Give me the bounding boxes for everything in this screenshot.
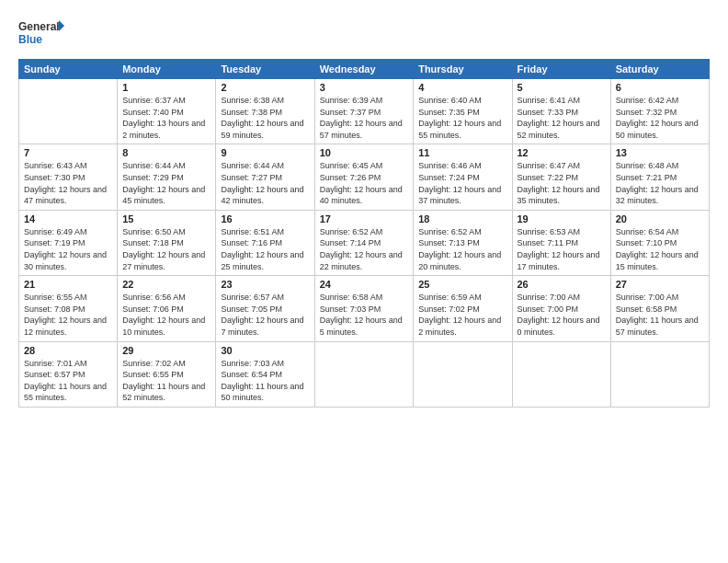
day-number: 7 [24, 147, 112, 158]
day-info: Sunrise: 7:02 AM Sunset: 6:55 PM Dayligh… [122, 358, 210, 404]
day-info: Sunrise: 6:44 AM Sunset: 7:29 PM Dayligh… [122, 160, 210, 206]
day-cell: 21 Sunrise: 6:55 AM Sunset: 7:08 PM Dayl… [19, 276, 118, 341]
weekday-header-row: SundayMondayTuesdayWednesdayThursdayFrid… [19, 60, 710, 79]
week-row-4: 21 Sunrise: 6:55 AM Sunset: 7:08 PM Dayl… [19, 276, 710, 341]
day-cell [512, 341, 610, 407]
day-number: 1 [122, 82, 210, 93]
day-cell: 16 Sunrise: 6:51 AM Sunset: 7:16 PM Dayl… [216, 210, 314, 275]
day-number: 14 [24, 213, 112, 224]
day-cell: 2 Sunrise: 6:38 AM Sunset: 7:38 PM Dayli… [216, 79, 314, 144]
week-row-2: 7 Sunrise: 6:43 AM Sunset: 7:30 PM Dayli… [19, 144, 710, 210]
day-info: Sunrise: 6:37 AM Sunset: 7:40 PM Dayligh… [122, 95, 210, 141]
day-cell: 19 Sunrise: 6:53 AM Sunset: 7:11 PM Dayl… [512, 210, 610, 275]
day-info: Sunrise: 6:52 AM Sunset: 7:14 PM Dayligh… [320, 226, 409, 272]
day-number: 11 [418, 147, 506, 158]
svg-marker-2 [59, 20, 64, 31]
day-number: 24 [320, 279, 409, 290]
day-cell [314, 341, 414, 407]
day-info: Sunrise: 6:45 AM Sunset: 7:26 PM Dayligh… [320, 160, 409, 206]
svg-text:General: General [18, 20, 60, 33]
weekday-friday: Friday [512, 60, 610, 79]
day-number: 30 [221, 345, 309, 356]
day-cell: 10 Sunrise: 6:45 AM Sunset: 7:26 PM Dayl… [314, 144, 414, 210]
day-number: 20 [616, 213, 704, 224]
day-cell: 14 Sunrise: 6:49 AM Sunset: 7:19 PM Dayl… [19, 210, 118, 275]
day-info: Sunrise: 7:00 AM Sunset: 7:00 PM Dayligh… [518, 292, 606, 338]
calendar: SundayMondayTuesdayWednesdayThursdayFrid… [18, 59, 710, 408]
day-info: Sunrise: 6:48 AM Sunset: 7:21 PM Dayligh… [616, 160, 704, 206]
day-info: Sunrise: 6:55 AM Sunset: 7:08 PM Dayligh… [24, 292, 112, 338]
weekday-monday: Monday [118, 60, 216, 79]
day-cell: 30 Sunrise: 7:03 AM Sunset: 6:54 PM Dayl… [216, 341, 314, 407]
day-cell: 1 Sunrise: 6:37 AM Sunset: 7:40 PM Dayli… [118, 79, 216, 144]
day-cell: 5 Sunrise: 6:41 AM Sunset: 7:33 PM Dayli… [512, 79, 610, 144]
day-number: 22 [122, 279, 210, 290]
day-cell: 27 Sunrise: 7:00 AM Sunset: 6:58 PM Dayl… [610, 276, 709, 341]
day-cell [610, 341, 709, 407]
day-number: 29 [122, 345, 210, 356]
day-number: 10 [320, 147, 409, 158]
day-number: 13 [616, 147, 704, 158]
day-cell: 4 Sunrise: 6:40 AM Sunset: 7:35 PM Dayli… [414, 79, 512, 144]
day-number: 9 [221, 147, 309, 158]
day-info: Sunrise: 6:53 AM Sunset: 7:11 PM Dayligh… [518, 226, 606, 272]
day-info: Sunrise: 6:44 AM Sunset: 7:27 PM Dayligh… [221, 160, 309, 206]
day-info: Sunrise: 6:46 AM Sunset: 7:24 PM Dayligh… [418, 160, 506, 206]
day-info: Sunrise: 6:52 AM Sunset: 7:13 PM Dayligh… [418, 226, 506, 272]
week-row-5: 28 Sunrise: 7:01 AM Sunset: 6:57 PM Dayl… [19, 341, 710, 407]
page: General Blue SundayMondayTuesdayWednesda… [0, 0, 728, 563]
day-cell [19, 79, 118, 144]
day-info: Sunrise: 6:47 AM Sunset: 7:22 PM Dayligh… [518, 160, 606, 206]
day-number: 12 [518, 147, 606, 158]
day-cell: 13 Sunrise: 6:48 AM Sunset: 7:21 PM Dayl… [610, 144, 709, 210]
day-cell: 7 Sunrise: 6:43 AM Sunset: 7:30 PM Dayli… [19, 144, 118, 210]
logo-svg: General Blue [18, 17, 64, 50]
day-number: 6 [616, 82, 704, 93]
day-cell: 23 Sunrise: 6:57 AM Sunset: 7:05 PM Dayl… [216, 276, 314, 341]
day-number: 27 [616, 279, 704, 290]
day-number: 8 [122, 147, 210, 158]
day-cell: 3 Sunrise: 6:39 AM Sunset: 7:37 PM Dayli… [314, 79, 414, 144]
day-number: 4 [418, 82, 506, 93]
week-row-3: 14 Sunrise: 6:49 AM Sunset: 7:19 PM Dayl… [19, 210, 710, 275]
day-info: Sunrise: 6:54 AM Sunset: 7:10 PM Dayligh… [616, 226, 704, 272]
weekday-tuesday: Tuesday [216, 60, 314, 79]
day-number: 2 [221, 82, 309, 93]
day-info: Sunrise: 6:50 AM Sunset: 7:18 PM Dayligh… [122, 226, 210, 272]
day-info: Sunrise: 7:00 AM Sunset: 6:58 PM Dayligh… [616, 292, 704, 338]
day-number: 5 [518, 82, 606, 93]
day-info: Sunrise: 6:59 AM Sunset: 7:02 PM Dayligh… [418, 292, 506, 338]
week-row-1: 1 Sunrise: 6:37 AM Sunset: 7:40 PM Dayli… [19, 79, 710, 144]
day-number: 26 [518, 279, 606, 290]
day-number: 19 [518, 213, 606, 224]
day-cell: 25 Sunrise: 6:59 AM Sunset: 7:02 PM Dayl… [414, 276, 512, 341]
day-info: Sunrise: 6:39 AM Sunset: 7:37 PM Dayligh… [320, 95, 409, 141]
day-info: Sunrise: 6:49 AM Sunset: 7:19 PM Dayligh… [24, 226, 112, 272]
day-number: 3 [320, 82, 409, 93]
day-number: 15 [122, 213, 210, 224]
day-cell: 28 Sunrise: 7:01 AM Sunset: 6:57 PM Dayl… [19, 341, 118, 407]
day-info: Sunrise: 6:57 AM Sunset: 7:05 PM Dayligh… [221, 292, 309, 338]
day-number: 25 [418, 279, 506, 290]
weekday-thursday: Thursday [414, 60, 512, 79]
day-cell: 17 Sunrise: 6:52 AM Sunset: 7:14 PM Dayl… [314, 210, 414, 275]
logo: General Blue [18, 17, 64, 50]
weekday-saturday: Saturday [610, 60, 709, 79]
day-cell: 11 Sunrise: 6:46 AM Sunset: 7:24 PM Dayl… [414, 144, 512, 210]
day-number: 18 [418, 213, 506, 224]
day-cell: 8 Sunrise: 6:44 AM Sunset: 7:29 PM Dayli… [118, 144, 216, 210]
day-cell: 6 Sunrise: 6:42 AM Sunset: 7:32 PM Dayli… [610, 79, 709, 144]
weekday-sunday: Sunday [19, 60, 118, 79]
day-number: 17 [320, 213, 409, 224]
day-info: Sunrise: 6:41 AM Sunset: 7:33 PM Dayligh… [518, 95, 606, 141]
day-cell: 29 Sunrise: 7:02 AM Sunset: 6:55 PM Dayl… [118, 341, 216, 407]
day-cell [414, 341, 512, 407]
day-info: Sunrise: 6:43 AM Sunset: 7:30 PM Dayligh… [24, 160, 112, 206]
day-cell: 22 Sunrise: 6:56 AM Sunset: 7:06 PM Dayl… [118, 276, 216, 341]
day-cell: 15 Sunrise: 6:50 AM Sunset: 7:18 PM Dayl… [118, 210, 216, 275]
day-info: Sunrise: 7:03 AM Sunset: 6:54 PM Dayligh… [221, 358, 309, 404]
day-number: 23 [221, 279, 309, 290]
day-cell: 9 Sunrise: 6:44 AM Sunset: 7:27 PM Dayli… [216, 144, 314, 210]
day-cell: 12 Sunrise: 6:47 AM Sunset: 7:22 PM Dayl… [512, 144, 610, 210]
day-cell: 20 Sunrise: 6:54 AM Sunset: 7:10 PM Dayl… [610, 210, 709, 275]
